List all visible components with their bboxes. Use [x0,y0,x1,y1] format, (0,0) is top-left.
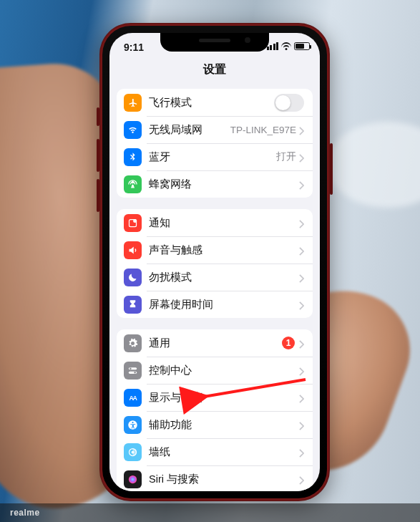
chevron-right-icon [299,180,304,188]
notch [160,33,269,52]
settings-row-notifications[interactable]: 通知 [117,209,313,236]
chevron-right-icon [299,273,304,281]
row-label: Siri 与搜索 [149,473,299,486]
chevron-right-icon [299,420,304,429]
chevron-right-icon [299,393,304,402]
chevron-right-icon [299,153,304,161]
settings-row-sounds[interactable]: 声音与触感 [117,236,313,264]
watermark-bar: realme [0,503,420,522]
display-icon [124,389,142,407]
status-time: 9:11 [124,42,144,53]
bluetooth-icon [124,148,142,166]
wifi-status-icon [281,42,291,50]
switches-icon [124,362,142,380]
phone-chassis: 9:11 设置 飞行模式无线局域网TP-LINK_E97E蓝牙打开蜂窝网络通知声… [99,23,330,501]
row-label: 通用 [149,337,282,350]
settings-row-display[interactable]: 显示与亮度 [117,384,313,411]
row-label: 屏幕使用时间 [149,298,299,311]
row-label: 通知 [149,216,299,230]
settings-row-wallpaper[interactable]: 墙纸 [117,438,313,465]
wallpaper-icon [124,443,142,461]
battery-icon [294,42,310,50]
chevron-right-icon [299,475,304,483]
settings-row-controlcenter[interactable]: 控制中心 [117,357,313,384]
page-title: 设置 [109,62,320,77]
brand-logo: realme [10,508,40,518]
row-label: 显示与亮度 [149,391,299,405]
toggle-airplane[interactable] [274,94,304,112]
row-label: 蜂窝网络 [149,178,299,191]
row-label: 勿扰模式 [149,271,299,284]
row-label: 墙纸 [149,445,299,459]
chevron-right-icon [299,448,304,456]
row-value: TP-LINK_E97E [230,125,296,135]
cellular-icon [124,175,142,193]
moon-icon [124,269,142,286]
phone-screen: 9:11 设置 飞行模式无线局域网TP-LINK_E97E蓝牙打开蜂窝网络通知声… [109,33,320,491]
settings-row-wifi[interactable]: 无线局域网TP-LINK_E97E [117,116,313,143]
gear-icon [124,334,142,352]
settings-row-cellular[interactable]: 蜂窝网络 [117,170,313,198]
chevron-right-icon [299,246,304,254]
row-label: 飞行模式 [149,96,274,110]
chevron-right-icon [299,125,304,134]
row-label: 蓝牙 [149,150,276,164]
settings-row-siri[interactable]: Siri 与搜索 [117,465,313,491]
row-value: 打开 [276,150,296,163]
settings-row-accessibility[interactable]: 辅助功能 [117,411,313,438]
settings-row-screentime[interactable]: 屏幕使用时间 [117,291,313,318]
settings-row-bluetooth[interactable]: 蓝牙打开 [117,143,313,170]
settings-row-general[interactable]: 通用1 [117,329,313,357]
chevron-right-icon [299,300,304,309]
settings-group: 飞行模式无线局域网TP-LINK_E97E蓝牙打开蜂窝网络 [117,89,313,198]
badge: 1 [282,337,295,349]
airplane-icon [124,94,142,112]
settings-row-airplane[interactable]: 飞行模式 [117,89,313,116]
settings-group: 通用1控制中心显示与亮度辅助功能墙纸Siri 与搜索面容 ID 与密码SOS 紧… [117,329,313,491]
sound-icon [124,241,142,259]
nav-header: 设置 [109,62,320,86]
notification-icon [124,214,142,232]
accessibility-icon [124,416,142,434]
siri-icon [124,470,142,488]
chevron-right-icon [299,339,304,347]
row-label: 控制中心 [149,364,299,377]
settings-group: 通知声音与触感勿扰模式屏幕使用时间 [117,209,313,318]
wifi-icon [124,121,142,139]
chevron-right-icon [299,366,304,374]
settings-row-dnd[interactable]: 勿扰模式 [117,264,313,291]
row-label: 无线局域网 [149,123,230,137]
settings-list[interactable]: 飞行模式无线局域网TP-LINK_E97E蓝牙打开蜂窝网络通知声音与触感勿扰模式… [109,86,320,491]
hourglass-icon [124,296,142,314]
chevron-right-icon [299,218,304,227]
row-label: 辅助功能 [149,418,299,432]
row-label: 声音与触感 [149,243,299,257]
